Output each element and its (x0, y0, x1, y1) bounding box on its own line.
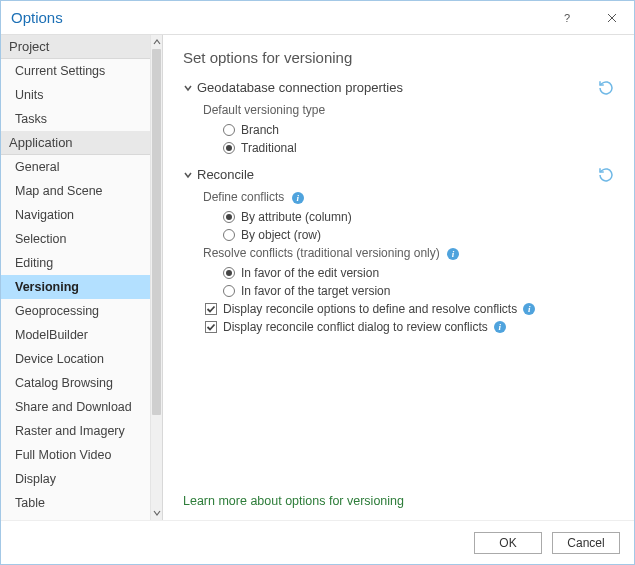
sidebar-item[interactable]: Editing (1, 251, 150, 275)
radio[interactable] (223, 124, 235, 136)
checkbox-row[interactable]: Display reconcile conflict dialog to rev… (183, 318, 614, 336)
info-icon[interactable]: i (523, 303, 535, 315)
sidebar-item[interactable]: Catalog Browsing (1, 371, 150, 395)
radio-label: By attribute (column) (241, 210, 352, 224)
checkbox-label: Display reconcile options to define and … (223, 302, 517, 316)
content-pane: Set options for versioning Geodatabase c… (163, 35, 634, 520)
radio-label: By object (row) (241, 228, 321, 242)
checkbox[interactable] (205, 303, 217, 315)
sidebar-item[interactable]: Layout (1, 515, 150, 520)
sidebar-item[interactable]: Share and Download (1, 395, 150, 419)
footer: OK Cancel (1, 520, 634, 564)
sidebar-item[interactable]: Full Motion Video (1, 443, 150, 467)
close-button[interactable] (589, 1, 634, 34)
options-dialog: Options ? ProjectCurrent SettingsUnitsTa… (0, 0, 635, 565)
section-connection-properties: Geodatabase connection properties Defaul… (183, 80, 614, 157)
sidebar-item[interactable]: Versioning (1, 275, 150, 299)
radio-label: In favor of the target version (241, 284, 390, 298)
sidebar-item[interactable]: Raster and Imagery (1, 419, 150, 443)
group-label: Define conflicts i (183, 188, 614, 208)
sidebar-item[interactable]: Navigation (1, 203, 150, 227)
scroll-up-icon[interactable] (151, 35, 162, 49)
group-label: Default versioning type (183, 101, 614, 121)
page-title: Set options for versioning (183, 49, 614, 66)
section-reconcile: Reconcile Define conflicts i By attribut… (183, 167, 614, 336)
checkbox-row[interactable]: Display reconcile options to define and … (183, 300, 614, 318)
radio-label: In favor of the edit version (241, 266, 379, 280)
cancel-button[interactable]: Cancel (552, 532, 620, 554)
checkbox[interactable] (205, 321, 217, 333)
sidebar-category-header: Project (1, 35, 150, 59)
reset-button[interactable] (594, 76, 618, 100)
help-button[interactable]: ? (544, 1, 589, 34)
radio[interactable] (223, 211, 235, 223)
svg-text:?: ? (564, 13, 570, 23)
radio-label: Branch (241, 123, 279, 137)
radio-row[interactable]: In favor of the target version (183, 282, 614, 300)
window-title: Options (11, 9, 544, 26)
sidebar-item[interactable]: Map and Scene (1, 179, 150, 203)
section-title: Geodatabase connection properties (197, 80, 403, 95)
ok-button[interactable]: OK (474, 532, 542, 554)
sidebar-item[interactable]: Device Location (1, 347, 150, 371)
radio-row[interactable]: By attribute (column) (183, 208, 614, 226)
radio[interactable] (223, 267, 235, 279)
radio[interactable] (223, 285, 235, 297)
titlebar: Options ? (1, 1, 634, 35)
sidebar-item[interactable]: Selection (1, 227, 150, 251)
sidebar-item[interactable]: Display (1, 467, 150, 491)
radio-row[interactable]: Branch (183, 121, 614, 139)
learn-more-link[interactable]: Learn more about options for versioning (183, 488, 614, 514)
sidebar-item[interactable]: Current Settings (1, 59, 150, 83)
section-title: Reconcile (197, 167, 254, 182)
sidebar-scrollbar[interactable] (150, 35, 162, 520)
section-header[interactable]: Reconcile (183, 167, 614, 182)
radio-row[interactable]: Traditional (183, 139, 614, 157)
checkbox-label: Display reconcile conflict dialog to rev… (223, 320, 488, 334)
sidebar-item[interactable]: General (1, 155, 150, 179)
sidebar-item[interactable]: Table (1, 491, 150, 515)
scroll-down-icon[interactable] (151, 506, 162, 520)
radio[interactable] (223, 229, 235, 241)
radio-row[interactable]: In favor of the edit version (183, 264, 614, 282)
dialog-body: ProjectCurrent SettingsUnitsTasksApplica… (1, 35, 634, 520)
info-icon[interactable]: i (494, 321, 506, 333)
info-icon[interactable]: i (292, 192, 304, 204)
sidebar: ProjectCurrent SettingsUnitsTasksApplica… (1, 35, 163, 520)
sidebar-item[interactable]: ModelBuilder (1, 323, 150, 347)
sidebar-item[interactable]: Units (1, 83, 150, 107)
section-header[interactable]: Geodatabase connection properties (183, 80, 614, 95)
group-label: Resolve conflicts (traditional versionin… (183, 244, 614, 264)
sidebar-item[interactable]: Geoprocessing (1, 299, 150, 323)
sidebar-category-header: Application (1, 131, 150, 155)
radio-label: Traditional (241, 141, 297, 155)
chevron-down-icon (183, 83, 193, 93)
scroll-track[interactable] (151, 49, 162, 506)
scroll-thumb[interactable] (152, 49, 161, 415)
sidebar-item[interactable]: Tasks (1, 107, 150, 131)
info-icon[interactable]: i (447, 248, 459, 260)
radio-row[interactable]: By object (row) (183, 226, 614, 244)
chevron-down-icon (183, 170, 193, 180)
reset-button[interactable] (594, 163, 618, 187)
radio[interactable] (223, 142, 235, 154)
